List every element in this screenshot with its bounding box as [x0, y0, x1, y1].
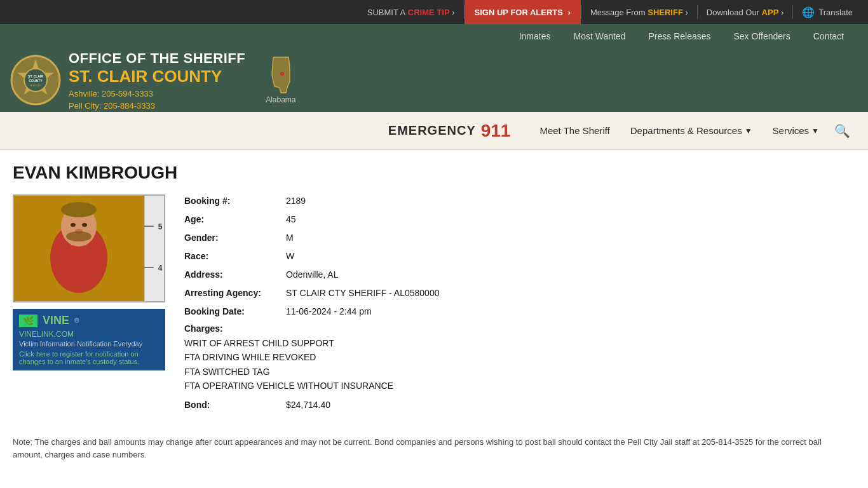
age-label: Age:	[184, 213, 286, 226]
arresting-agency-value: ST CLAIR CTY SHERIFF - AL0580000	[286, 287, 439, 300]
submit-label: SUBMIT A	[367, 8, 405, 17]
race-label: Race:	[184, 250, 286, 263]
inmate-photo: 5 4	[13, 194, 165, 302]
emergency-block: EMERGENCY 911	[388, 121, 511, 141]
arresting-agency-row: Arresting Agency: ST CLAIR CTY SHERIFF -…	[184, 287, 855, 300]
booking-label: Booking #:	[184, 194, 286, 208]
state-label: Alabama	[266, 95, 295, 104]
office-title: OFFICE OF THE SHERIFF	[69, 50, 245, 67]
race-value: W	[286, 250, 294, 263]
nav-inmates[interactable]: Inmates	[508, 24, 562, 48]
vine-logo-row: 🌿 VINE ®	[19, 314, 159, 327]
mugshot-svg: 5 4	[14, 194, 164, 302]
search-button[interactable]: 🔍	[829, 123, 855, 139]
booking-date-row: Booking Date: 11-06-2024 - 2:44 pm	[184, 305, 855, 318]
bond-value: $24,714.40	[286, 398, 330, 412]
message-from-label: Message From	[590, 8, 646, 17]
vine-tagline: Victim Information Notification Everyday	[19, 340, 159, 348]
app-label: APP	[762, 8, 779, 17]
services-label: Services	[773, 125, 810, 136]
signup-alerts-button[interactable]: SIGN UP FOR ALERTS ›	[465, 0, 581, 24]
services-dropdown[interactable]: Services ▼	[763, 125, 829, 136]
content-area: EVAN KIMBROUGH 5 4	[0, 150, 868, 475]
svg-text:SHERIFF: SHERIFF	[30, 84, 41, 87]
header: ST. CLAIR COUNTY SHERIFF OFFICE OF THE S…	[0, 48, 868, 112]
ashville-contact: Ashville: 205-594-3333	[69, 89, 245, 98]
ashville-phone: 205-594-3333	[102, 89, 153, 98]
svg-point-17	[61, 202, 97, 217]
charges-label: Charges:	[184, 323, 855, 334]
charge-1: WRIT OF ARREST CHILD SUPPORT	[184, 336, 855, 350]
emergency-911: 911	[481, 121, 511, 141]
booking-value: 2189	[286, 194, 306, 208]
download-app[interactable]: Download Our APP ›	[698, 0, 792, 24]
inmate-layout: 5 4	[13, 194, 855, 417]
message-sheriff[interactable]: Message From SHERIFF ›	[581, 0, 697, 24]
pellcity-phone: 205-884-3333	[104, 101, 155, 111]
inmate-details: Booking #: 2189 Age: 45 Gender: M Race: …	[184, 194, 855, 417]
sheriff-badge-icon: ST. CLAIR COUNTY SHERIFF	[10, 55, 61, 105]
sheriff-label: SHERIFF	[648, 8, 683, 17]
submit-crime-tip[interactable]: SUBMIT A CRIME TIP ›	[358, 0, 464, 24]
inmate-photo-column: 5 4	[13, 194, 165, 370]
crime-tip-label: CRIME TIP	[408, 8, 450, 17]
booking-date-label: Booking Date:	[184, 305, 286, 318]
booking-row: Booking #: 2189	[184, 194, 855, 208]
vine-cta-text: Click here to register for notification …	[19, 350, 159, 365]
vine-registered: ®	[74, 317, 79, 324]
signup-label: SIGN UP FOR ALERTS	[475, 8, 563, 17]
nav-press-releases[interactable]: Press Releases	[637, 24, 722, 48]
nav-contact[interactable]: Contact	[802, 24, 855, 48]
county-name: ST. CLAIR COUNTY	[69, 67, 245, 86]
svg-text:ST. CLAIR: ST. CLAIR	[28, 74, 43, 78]
vinelink-text: VINELINK.COM	[19, 330, 159, 339]
download-label: Download Our	[707, 8, 759, 17]
services-chevron-icon: ▼	[811, 126, 819, 135]
nav-sex-offenders[interactable]: Sex Offenders	[722, 24, 802, 48]
age-row: Age: 45	[184, 213, 855, 226]
ashville-label: Ashville:	[69, 89, 99, 98]
gender-label: Gender:	[184, 231, 286, 245]
second-nav: EMERGENCY 911 Meet The Sheriff Departmen…	[0, 112, 868, 150]
header-logo-area: ST. CLAIR COUNTY SHERIFF OFFICE OF THE S…	[0, 48, 319, 112]
translate-button[interactable]: 🌐 Translate	[793, 0, 862, 24]
app-arrow: ›	[781, 8, 783, 17]
meet-sheriff-label: Meet The Sheriff	[539, 125, 609, 136]
pellcity-label: Pell City:	[69, 101, 101, 111]
vine-logo-text: VINE	[43, 314, 69, 327]
charge-4: FTA OPERATING VEHICLE WITHOUT INSURANCE	[184, 379, 855, 393]
address-value: Odenville, AL	[286, 268, 339, 281]
svg-point-6	[280, 72, 284, 76]
main-nav: Inmates Most Wanted Press Releases Sex O…	[0, 24, 868, 48]
vine-banner[interactable]: 🌿 VINE ® VINELINK.COM Victim Information…	[13, 309, 165, 370]
departments-dropdown[interactable]: Departments & Resources ▼	[620, 125, 763, 136]
top-bar: SUBMIT A CRIME TIP › SIGN UP FOR ALERTS …	[0, 0, 868, 24]
bond-label: Bond:	[184, 398, 286, 412]
arresting-agency-label: Arresting Agency:	[184, 287, 286, 300]
alabama-map-area: Alabama	[253, 51, 308, 109]
departments-chevron-icon: ▼	[745, 126, 752, 135]
booking-date-value: 11-06-2024 - 2:44 pm	[286, 305, 372, 318]
svg-text:5: 5	[158, 222, 163, 231]
svg-point-18	[71, 223, 76, 227]
svg-text:4: 4	[158, 264, 163, 273]
emergency-label: EMERGENCY	[388, 123, 476, 138]
vine-leaf-icon: 🌿	[19, 315, 37, 327]
pellcity-contact: Pell City: 205-884-3333	[69, 101, 245, 111]
header-title-block: OFFICE OF THE SHERIFF ST. CLAIR COUNTY A…	[69, 50, 245, 111]
bond-row: Bond: $24,714.40	[184, 398, 855, 412]
translate-label: Translate	[818, 8, 853, 17]
svg-point-19	[82, 223, 87, 227]
nav-most-wanted[interactable]: Most Wanted	[562, 24, 637, 48]
age-value: 45	[286, 213, 296, 226]
gender-value: M	[286, 231, 294, 245]
meet-sheriff-link[interactable]: Meet The Sheriff	[529, 125, 620, 136]
crime-tip-arrow: ›	[452, 8, 454, 17]
departments-label: Departments & Resources	[630, 125, 742, 136]
disclaimer-note: Note: The charges and bail amounts may c…	[13, 436, 851, 463]
svg-text:COUNTY: COUNTY	[29, 79, 43, 83]
message-arrow: ›	[686, 8, 688, 17]
svg-rect-8	[144, 194, 164, 302]
globe-icon: 🌐	[802, 6, 815, 18]
inmate-name: EVAN KIMBROUGH	[13, 163, 855, 183]
